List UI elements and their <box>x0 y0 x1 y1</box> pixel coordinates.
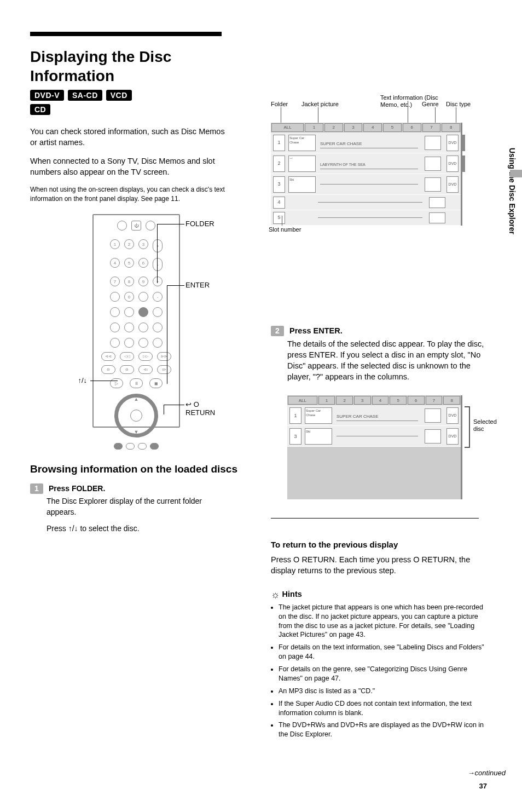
side-tab-marker <box>510 170 522 177</box>
dd1-slot-4: 4 <box>273 197 285 209</box>
remote-prev[interactable]: ⊲⊲ <box>101 352 115 361</box>
step-1-num: 1 <box>30 483 43 494</box>
dd2-name-1: SUPER CAR CHASE <box>337 414 378 419</box>
label-folder: FOLDER <box>185 220 214 228</box>
label-return: ↩ O RETURN <box>185 400 227 417</box>
badge-cd: CD <box>30 104 50 115</box>
remote-btn-tv[interactable]: ⏻ <box>131 221 141 231</box>
remote-under-1[interactable] <box>114 443 123 450</box>
dd1-row-5[interactable]: 5 <box>271 210 461 226</box>
remote-under-2[interactable] <box>126 443 135 450</box>
tab-7[interactable]: 7 <box>422 123 441 132</box>
tab2-3[interactable]: 3 <box>354 396 371 405</box>
dd1-row-2[interactable]: 2 〰 LABYRINTH OF THE SEA DVD <box>271 153 461 174</box>
remote-fn-1[interactable] <box>110 307 120 317</box>
remote-num-1[interactable]: 1 <box>110 239 120 249</box>
remote-num-9[interactable]: 9 <box>138 277 148 286</box>
remote-enter-small[interactable] <box>138 292 148 302</box>
remote-pause[interactable]: ⏸ <box>130 378 143 388</box>
remote-num-3[interactable]: 3 <box>138 239 148 249</box>
remote-vol-minus[interactable]: - <box>153 258 163 271</box>
step-2: 2 Press ENTER. The details of the select… <box>271 325 487 382</box>
remote-fn-4[interactable] <box>153 307 163 317</box>
tab-2[interactable]: 2 <box>324 123 343 132</box>
tab-5[interactable]: 5 <box>383 123 402 132</box>
tab2-5[interactable]: 5 <box>390 396 407 405</box>
hint-5: If the Super Audio CD does not contain t… <box>279 699 487 718</box>
dd2-genre-2 <box>425 429 441 444</box>
remote-dpad-enter[interactable] <box>130 410 142 422</box>
remote-fn-7[interactable] <box>138 323 148 332</box>
badge-dvdv: DVD-V <box>30 90 64 101</box>
remote-num-8[interactable]: 8 <box>124 277 134 286</box>
dd2-genre-1 <box>425 408 441 423</box>
remote-nav-b[interactable]: ⊖ <box>120 365 134 374</box>
tab-all[interactable]: ALL <box>271 123 304 132</box>
remote-btn-open[interactable] <box>146 221 155 231</box>
badge-vcd: VCD <box>106 90 132 101</box>
hint-2: For details on the text information, see… <box>279 643 487 661</box>
badge-sacd: SA-CD <box>68 90 102 101</box>
remote-nav-d[interactable]: ı⊳ <box>157 365 171 374</box>
remote-fn-12[interactable] <box>153 338 163 348</box>
remote-fn-2[interactable] <box>124 307 134 317</box>
page-number: 37 <box>479 782 487 790</box>
tab-4[interactable]: 4 <box>363 123 382 132</box>
remote-under-3[interactable] <box>138 443 147 450</box>
dd1-row-3[interactable]: 3 Ski DVD <box>271 174 461 195</box>
remote-fn-10[interactable] <box>124 338 134 348</box>
remote-num-0[interactable]: 0 <box>124 292 134 302</box>
remote-next[interactable]: ⊳⊳ <box>157 352 171 361</box>
tab2-all[interactable]: ALL <box>288 396 317 405</box>
tab2-2[interactable]: 2 <box>336 396 353 405</box>
remote-stop[interactable]: ◼ <box>149 378 163 388</box>
remote-num-5[interactable]: 5 <box>124 258 134 268</box>
remote-return-btn[interactable] <box>150 443 159 450</box>
tab-6[interactable]: 6 <box>403 123 421 132</box>
remote-nav-c[interactable]: ⊲ı <box>138 365 153 374</box>
remote-fn-6[interactable] <box>124 323 134 332</box>
tab2-1[interactable]: 1 <box>318 396 335 405</box>
dd1-jacket-3: Ski <box>288 176 316 193</box>
tab2-7[interactable]: 7 <box>426 396 443 405</box>
remote-fn-11[interactable] <box>138 338 148 348</box>
remote-clear[interactable] <box>110 292 120 302</box>
remote-num-6[interactable]: 6 <box>138 258 148 268</box>
remote-nav-a[interactable]: ⊖ <box>101 365 115 374</box>
remote-vol-plus[interactable]: + <box>153 239 163 252</box>
remote-ch-minus[interactable]: - <box>153 292 163 302</box>
remote-fn-8[interactable] <box>153 323 163 332</box>
step-1-head: Press FOLDER. <box>49 484 105 493</box>
dd1-row-4[interactable]: 4 <box>271 195 461 210</box>
remote-btn-power[interactable] <box>117 221 127 231</box>
remote-rew[interactable]: ◁◁ <box>120 352 134 361</box>
remote-fn-5[interactable] <box>110 323 120 332</box>
remote-folder[interactable] <box>138 307 148 317</box>
tab-8[interactable]: 8 <box>442 123 460 132</box>
remote-play[interactable]: ▷ <box>110 378 123 388</box>
remote-ch-plus[interactable]: + <box>153 277 163 286</box>
side-section-label: Using the Disc Explorer <box>508 148 517 257</box>
to-return-body: Press O RETURN. Each time you press O RE… <box>271 554 487 576</box>
tab2-4[interactable]: 4 <box>372 396 389 405</box>
remote-num-7[interactable]: 7 <box>110 277 120 286</box>
hint-1: The jacket picture that appears is one w… <box>279 603 487 640</box>
tab-3[interactable]: 3 <box>344 123 363 132</box>
dd1-row-1[interactable]: 1 Super Car Chase SUPER CAR CHASE DVD <box>271 133 461 153</box>
hints-head: Hints <box>282 590 302 598</box>
dd1-media-2: DVD <box>446 156 459 172</box>
tab2-8[interactable]: 8 <box>443 396 460 405</box>
tab2-6[interactable]: 6 <box>408 396 425 405</box>
intro-text: You can check stored information, such a… <box>30 126 227 203</box>
dd2-row-1[interactable]: 1 Super Car Chase SUPER CAR CHASE DVD <box>287 405 461 426</box>
dd1-jacket-1: Super Car Chase <box>288 135 316 151</box>
dd1-media-1: DVD <box>446 135 459 151</box>
remote-num-2[interactable]: 2 <box>124 239 134 249</box>
remote-ff[interactable]: ▷▷ <box>138 352 153 361</box>
remote-num-4[interactable]: 4 <box>110 258 120 268</box>
tab-1[interactable]: 1 <box>305 123 323 132</box>
remote-dpad[interactable]: ▲ ▼ <box>114 394 158 437</box>
dd2-row-2[interactable]: 3 Ski DVD <box>287 426 461 447</box>
remote-fn-9[interactable] <box>110 338 120 348</box>
hint-6: The DVD+RWs and DVD+Rs are displayed as … <box>279 721 487 739</box>
